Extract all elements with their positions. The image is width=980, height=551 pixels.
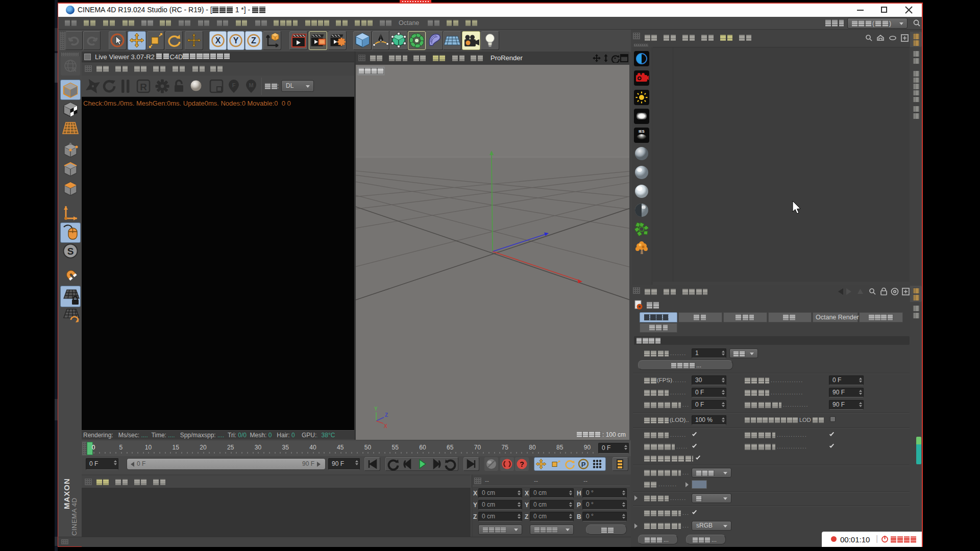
svg-text:Z: Z <box>251 36 256 45</box>
svg-text:X: X <box>384 423 387 429</box>
svg-text:P: P <box>581 461 586 468</box>
svg-text:F: F <box>232 82 236 88</box>
svg-text:X: X <box>215 36 221 45</box>
svg-text:M: M <box>249 82 253 88</box>
svg-text:Y: Y <box>374 406 378 412</box>
svg-text:S: S <box>67 246 74 257</box>
svg-text:R: R <box>140 82 147 92</box>
svg-text:IES: IES <box>639 130 645 133</box>
svg-text:?: ? <box>520 460 524 468</box>
svg-text:Z: Z <box>385 412 388 418</box>
svg-text:Y: Y <box>233 36 239 45</box>
